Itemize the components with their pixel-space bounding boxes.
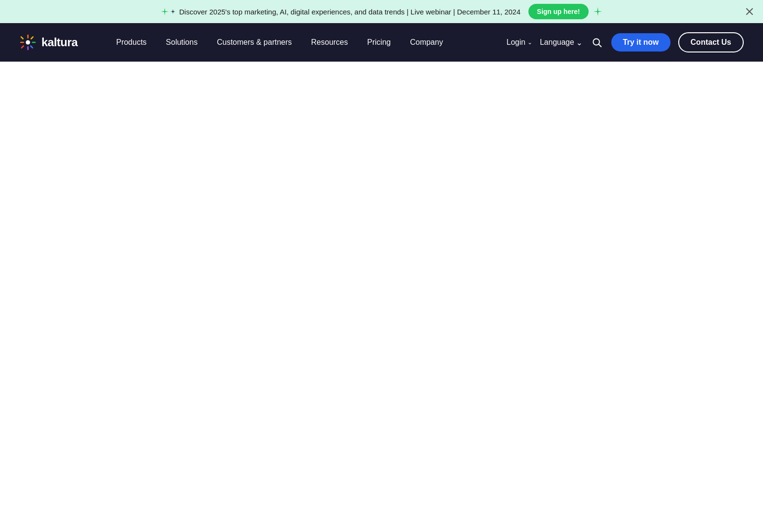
announcement-text: Discover 2025's top marketing, AI, digit…	[179, 8, 521, 16]
nav-item-company[interactable]: Company	[400, 23, 452, 62]
sparkle-left-icons	[161, 8, 175, 15]
nav-item-resources[interactable]: Resources	[302, 23, 357, 62]
svg-rect-6	[30, 45, 34, 49]
svg-point-2	[26, 40, 30, 45]
nav-item-products[interactable]: Products	[106, 23, 156, 62]
login-label: Login	[507, 38, 526, 47]
language-label: Language	[540, 38, 574, 47]
announcement-banner: Discover 2025's top marketing, AI, digit…	[0, 0, 763, 23]
try-now-button[interactable]: Try it now	[611, 33, 671, 52]
logo-link[interactable]: kaltura	[19, 34, 78, 51]
svg-rect-4	[30, 36, 34, 40]
nav-links: Products Solutions Customers & partners …	[106, 23, 506, 62]
search-icon	[592, 38, 602, 47]
main-content	[0, 62, 763, 532]
svg-rect-7	[27, 46, 29, 50]
navbar: kaltura Products Solutions Customers & p…	[0, 23, 763, 62]
logo-text: kaltura	[41, 36, 78, 49]
kaltura-logo-icon	[19, 34, 37, 51]
svg-rect-5	[32, 42, 36, 43]
contact-us-button[interactable]: Contact Us	[678, 32, 744, 52]
svg-rect-8	[21, 45, 25, 49]
svg-line-12	[599, 44, 601, 47]
sparkle-icon-1	[161, 8, 169, 15]
nav-right: Login ⌄ Language ⌄ Try it now Contact Us	[507, 32, 744, 52]
close-banner-button[interactable]	[744, 6, 755, 17]
login-button[interactable]: Login ⌄	[507, 38, 532, 47]
nav-item-customers-partners[interactable]: Customers & partners	[207, 23, 302, 62]
search-button[interactable]	[590, 36, 604, 49]
svg-rect-10	[20, 36, 24, 40]
language-button[interactable]: Language ⌄	[540, 38, 582, 47]
sparkle-icon-2	[171, 9, 175, 14]
signup-button[interactable]: Sign up here!	[528, 4, 589, 19]
sparkle-right-icons	[593, 7, 602, 16]
chevron-down-icon: ⌄	[527, 39, 532, 46]
close-icon	[746, 8, 753, 15]
sparkle-icon-3	[593, 7, 602, 16]
language-chevron-icon: ⌄	[576, 38, 582, 47]
svg-rect-9	[20, 42, 24, 43]
nav-item-solutions[interactable]: Solutions	[156, 23, 207, 62]
nav-item-pricing[interactable]: Pricing	[357, 23, 400, 62]
svg-rect-3	[27, 35, 29, 39]
